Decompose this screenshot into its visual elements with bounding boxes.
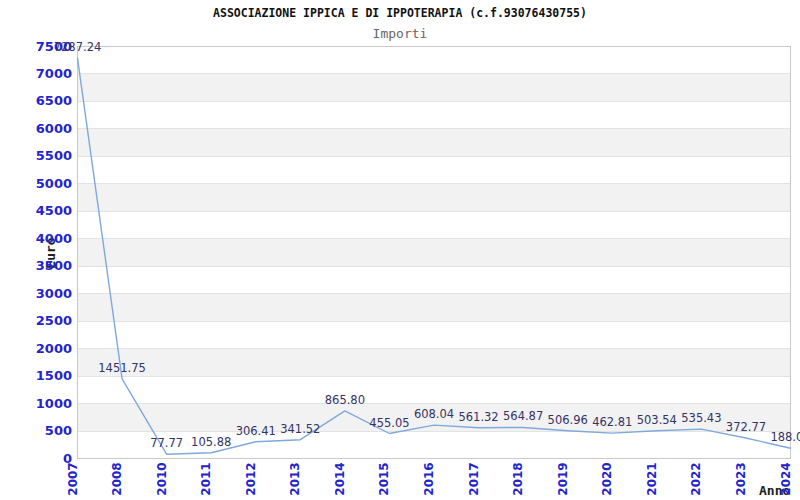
y-tick-label: 6500 [0, 92, 72, 110]
data-point-label: 341.52 [280, 422, 320, 436]
x-tick-label: 2013 [288, 462, 302, 495]
plot-band [78, 211, 791, 238]
data-point-label: 306.41 [236, 424, 276, 438]
plot-bands [78, 47, 791, 459]
data-point-label: 462.81 [592, 415, 632, 429]
x-tick-label: 2007 [66, 462, 80, 495]
data-point-label: 535.43 [681, 411, 721, 425]
data-point-label: 455.05 [369, 416, 409, 430]
y-tick-label: 7000 [0, 65, 72, 83]
data-point-label: 7287.24 [54, 40, 102, 54]
x-tick-label: 2020 [600, 462, 614, 495]
y-tick-label: 3500 [0, 257, 72, 275]
data-point-label: 105.88 [191, 435, 231, 449]
data-point-label: 608.04 [414, 407, 454, 421]
x-tick-label: 2016 [422, 462, 436, 495]
plot-band [78, 184, 791, 211]
plot-band [78, 321, 791, 348]
y-tick-label: 1000 [0, 395, 72, 413]
data-point-label: 1451.75 [98, 361, 146, 375]
y-tick-label: 5500 [0, 147, 72, 165]
data-point-label: 188.06 [770, 430, 800, 444]
plot-band [78, 156, 791, 183]
y-tick-label: 500 [0, 422, 72, 440]
y-tick-label: 6000 [0, 120, 72, 138]
y-tick-label: 2000 [0, 340, 72, 358]
x-tick-label: 2024 [779, 462, 793, 495]
data-point-label: 372.77 [726, 420, 766, 434]
x-tick-label: 2023 [734, 462, 748, 495]
chart-container: { "chart_data": { "type": "line", "title… [0, 0, 800, 500]
plot-band [78, 376, 791, 403]
plot-band [78, 239, 791, 266]
x-tick-label: 2010 [155, 462, 169, 495]
data-point-label: 503.54 [637, 413, 677, 427]
y-tick-label: 3000 [0, 285, 72, 303]
x-tick-label: 2015 [377, 462, 391, 495]
data-point-label: 506.96 [548, 413, 588, 427]
data-point-label: 564.87 [503, 409, 543, 423]
plot-band [78, 129, 791, 156]
data-point-label: 77.77 [150, 436, 183, 450]
plot-band [78, 431, 791, 458]
y-tick-label: 5000 [0, 175, 72, 193]
x-tick-label: 2012 [244, 462, 258, 495]
x-tick-label: 2011 [199, 462, 213, 495]
plot-band [78, 47, 791, 74]
plot-band [78, 101, 791, 128]
plot-band [78, 266, 791, 293]
x-tick-label: 2022 [689, 462, 703, 495]
y-tick-label: 0 [0, 450, 72, 468]
x-tick-label: 2008 [110, 462, 124, 495]
x-tick-label: 2019 [556, 462, 570, 495]
x-tick-label: 2018 [511, 462, 525, 495]
plot-band [78, 349, 791, 376]
data-point-label: 865.80 [325, 393, 365, 407]
y-tick-label: 1500 [0, 367, 72, 385]
x-tick-label: 2021 [645, 462, 659, 495]
plot-band [78, 294, 791, 321]
plot-band [78, 74, 791, 101]
y-tick-label: 4000 [0, 230, 72, 248]
x-tick-label: 2017 [467, 462, 481, 495]
y-tick-label: 4500 [0, 202, 72, 220]
data-point-label: 561.32 [458, 410, 498, 424]
y-tick-label: 2500 [0, 312, 72, 330]
x-tick-label: 2014 [333, 462, 347, 495]
